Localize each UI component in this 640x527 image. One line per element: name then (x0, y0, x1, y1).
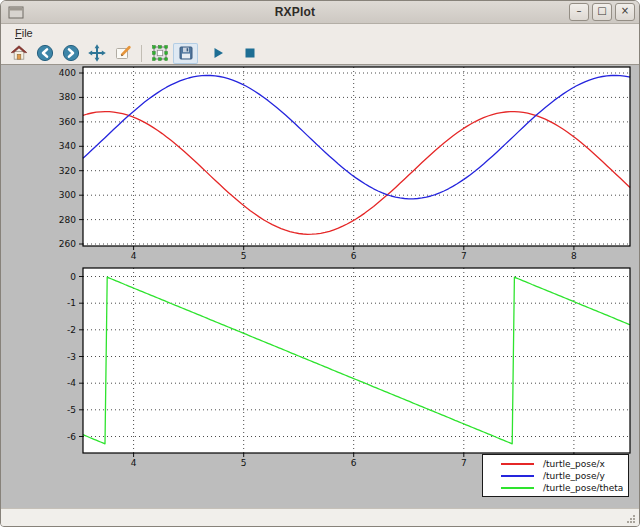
maximize-button[interactable]: □ (592, 3, 612, 21)
svg-text:380: 380 (59, 92, 76, 102)
svg-text:-1: -1 (67, 298, 76, 308)
svg-text:5: 5 (241, 251, 247, 261)
toolbar-separator (141, 45, 142, 62)
svg-text:8: 8 (571, 251, 577, 261)
svg-text:4: 4 (131, 458, 137, 468)
save-icon (177, 44, 195, 62)
svg-text:-4: -4 (67, 378, 76, 388)
pan-icon (88, 44, 106, 62)
svg-text:0: 0 (70, 272, 76, 282)
minimize-button[interactable]: – (569, 3, 589, 21)
svg-text:6: 6 (351, 458, 357, 468)
configure-subplots-button[interactable] (147, 43, 172, 64)
stop-button[interactable] (237, 43, 262, 64)
svg-text:-2: -2 (67, 325, 76, 335)
svg-text:280: 280 (59, 215, 76, 225)
plot-canvas[interactable]: 45678260280300320340360380400456780-1-2-… (1, 65, 639, 508)
svg-text:320: 320 (59, 166, 76, 176)
window-title: RXPlot (24, 5, 566, 19)
legend-swatch (501, 475, 534, 477)
window-icon (8, 6, 24, 19)
save-button[interactable] (173, 43, 198, 64)
forward-icon (62, 44, 80, 62)
forward-button[interactable] (58, 43, 83, 64)
stop-icon (241, 44, 259, 62)
svg-text:340: 340 (59, 141, 76, 151)
svg-text:-3: -3 (67, 352, 76, 362)
svg-text:6: 6 (351, 251, 357, 261)
status-bar (1, 508, 639, 526)
close-button[interactable]: × (615, 3, 635, 21)
svg-text:360: 360 (59, 117, 76, 127)
svg-text:4: 4 (131, 251, 137, 261)
edit-button[interactable] (110, 43, 135, 64)
svg-text:300: 300 (59, 190, 76, 200)
menu-file[interactable]: File (9, 26, 39, 40)
legend-entry: /turtle_pose/x (483, 458, 628, 470)
legend-label: /turtle_pose/theta (543, 483, 623, 493)
resize-grip[interactable] (626, 514, 636, 524)
window-titlebar[interactable]: RXPlot – □ × (1, 1, 639, 24)
play-button[interactable] (205, 43, 230, 64)
svg-text:-6: -6 (67, 432, 76, 442)
menu-bar: File (1, 24, 639, 42)
home-button[interactable] (6, 43, 31, 64)
back-icon (36, 44, 54, 62)
plot-toolbar (1, 42, 639, 65)
legend: /turtle_pose/x/turtle_pose/y/turtle_pose… (482, 454, 629, 497)
svg-text:5: 5 (241, 458, 247, 468)
pan-button[interactable] (84, 43, 109, 64)
legend-swatch (501, 487, 534, 489)
svg-text:400: 400 (59, 68, 76, 78)
plots-svg[interactable]: 45678260280300320340360380400456780-1-2-… (1, 65, 639, 508)
configure-subplots-icon (151, 44, 169, 62)
edit-icon (114, 44, 132, 62)
legend-entry: /turtle_pose/y (483, 470, 628, 482)
legend-swatch (501, 463, 534, 465)
legend-label: /turtle_pose/y (543, 471, 605, 481)
play-icon (209, 44, 227, 62)
home-icon (10, 44, 28, 62)
legend-entry: /turtle_pose/theta (483, 482, 628, 494)
svg-text:-5: -5 (67, 405, 76, 415)
svg-text:7: 7 (461, 251, 467, 261)
svg-text:7: 7 (461, 458, 467, 468)
svg-text:260: 260 (59, 239, 76, 249)
legend-label: /turtle_pose/x (543, 459, 605, 469)
rxplot-window: RXPlot – □ × File (0, 0, 640, 527)
back-button[interactable] (32, 43, 57, 64)
